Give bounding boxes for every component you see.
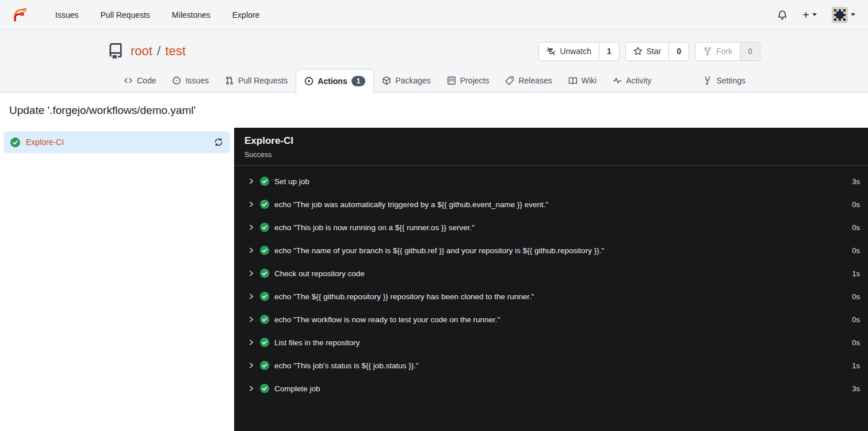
wrench-icon [703,76,712,85]
step-duration: 0s [852,223,860,232]
repo-book-icon [108,43,124,59]
tab-releases[interactable]: Releases [497,69,560,92]
user-menu-button[interactable] [832,7,855,23]
step-duration: 0s [852,315,860,324]
job-title: Explore-CI [244,135,858,147]
chevron-right-icon [248,247,255,254]
chevron-right-icon [248,224,255,231]
notifications-button[interactable] [777,10,787,20]
step-row[interactable]: Check out repository code 1s [234,262,868,285]
chevron-right-icon [248,339,255,346]
chevron-right-icon [248,178,255,185]
job-status: Success [244,151,858,165]
check-circle-icon [260,200,269,209]
step-name: echo "The name of your branch is ${{ git… [274,246,847,255]
repo-owner-link[interactable]: root [131,44,152,58]
step-row[interactable]: echo "This job's status is ${{ job.statu… [234,354,868,377]
tab-code[interactable]: Code [116,69,164,92]
package-icon [382,76,391,85]
sync-icon [214,138,223,147]
step-row[interactable]: echo "The name of your branch is ${{ git… [234,239,868,262]
code-icon [124,76,133,85]
step-name: echo "This job is now running on a ${{ r… [274,223,847,232]
nav-item-pull-requests[interactable]: Pull Requests [89,0,160,30]
step-duration: 0s [852,338,860,347]
issue-icon [172,76,181,85]
check-circle-icon [10,138,20,147]
step-row[interactable]: Set up job 3s [234,170,868,193]
tag-icon [505,76,514,85]
tab-projects[interactable]: Projects [439,69,498,92]
nav-item-milestones[interactable]: Milestones [161,0,221,30]
create-new-button[interactable]: + [802,9,817,21]
star-icon [633,47,643,56]
check-circle-icon [260,177,269,186]
page-title-row: Update '.forgejo/workflows/demo.yaml' [0,93,868,128]
repo-header: root / test Unwatch 1 [0,30,868,93]
step-name: Complete job [274,384,847,393]
job-name: Explore-CI [26,138,208,147]
step-row[interactable]: Complete job 3s [234,377,868,400]
run-content: Explore-CI Explore-CI Success Set up job… [0,128,868,431]
book-open-icon [568,76,578,85]
check-circle-icon [260,223,269,232]
plus-icon: + [802,9,809,21]
watch-count[interactable]: 1 [599,43,619,60]
eye-off-icon [546,47,556,56]
check-circle-icon [260,246,269,255]
step-row[interactable]: List files in the repository 0s [234,331,868,354]
tab-settings[interactable]: Settings [695,69,754,92]
play-circle-icon [304,77,313,86]
step-name: List files in the repository [274,338,847,347]
nav-item-issues[interactable]: Issues [44,0,89,30]
tab-pull-requests[interactable]: Pull Requests [217,69,296,92]
job-log-header: Explore-CI Success [234,128,868,166]
step-row[interactable]: echo "The workflow is now ready to test … [234,308,868,331]
chevron-right-icon [248,201,255,208]
rerun-job-button[interactable] [214,138,223,147]
jobs-sidebar: Explore-CI [0,128,234,431]
pull-request-icon [225,76,234,85]
actions-count-badge: 1 [351,76,366,86]
check-circle-icon [260,269,269,278]
tab-wiki[interactable]: Wiki [560,69,605,92]
step-duration: 0s [852,292,860,301]
step-row[interactable]: echo "The job was automatically triggere… [234,193,868,216]
unwatch-button[interactable]: Unwatch 1 [538,42,619,61]
check-circle-icon [260,384,269,393]
forgejo-logo-icon[interactable] [13,6,28,24]
caret-down-icon [812,13,817,16]
repo-name-link[interactable]: test [165,44,185,58]
tab-activity[interactable]: Activity [605,69,659,92]
step-name: echo "This job's status is ${{ job.statu… [274,361,847,370]
step-row[interactable]: echo "The ${{ github.repository }} repos… [234,285,868,308]
tab-issues[interactable]: Issues [164,69,216,92]
step-duration: 0s [852,246,860,255]
chevron-right-icon [248,316,255,323]
check-circle-icon [260,361,269,370]
step-row[interactable]: echo "This job is now running on a ${{ r… [234,216,868,239]
step-name: echo "The job was automatically triggere… [274,200,847,209]
fork-button[interactable]: Fork 0 [695,42,760,61]
step-name: Check out repository code [274,269,847,278]
step-name: echo "The ${{ github.repository }} repos… [274,292,847,301]
tab-actions[interactable]: Actions 1 [296,69,374,93]
chevron-right-icon [248,270,255,277]
tab-packages[interactable]: Packages [374,69,438,92]
sidebar-job-explore-ci[interactable]: Explore-CI [3,131,230,153]
avatar [832,7,848,23]
chevron-right-icon [248,293,255,300]
job-log-panel: Explore-CI Success Set up job 3s echo "T… [234,128,868,431]
top-navbar: Issues Pull Requests Milestones Explore … [0,0,868,30]
fork-count: 0 [740,43,760,60]
nav-item-explore[interactable]: Explore [221,0,270,30]
repo-action-buttons: Unwatch 1 Star 0 [538,42,760,61]
project-icon [447,76,456,85]
step-duration: 1s [852,269,860,278]
step-duration: 1s [852,361,860,370]
page-title: Update '.forgejo/workflows/demo.yaml' [9,104,196,116]
star-button[interactable]: Star 0 [625,42,689,61]
repo-title: root / test [108,43,186,59]
step-list: Set up job 3s echo "The job was automati… [234,166,868,400]
star-count[interactable]: 0 [668,43,689,60]
